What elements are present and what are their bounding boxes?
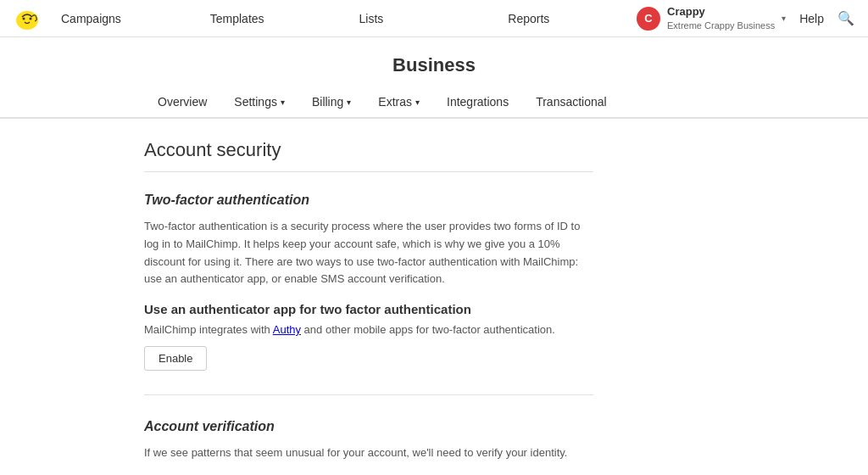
help-link[interactable]: Help bbox=[799, 12, 824, 25]
nav-links: Campaigns Templates Lists Reports bbox=[61, 12, 637, 25]
subnav-billing[interactable]: Billing ▾ bbox=[298, 87, 364, 117]
user-subtitle: Extreme Crappy Business bbox=[667, 20, 775, 31]
authy-link[interactable]: Authy bbox=[273, 323, 301, 336]
nav-lists[interactable]: Lists bbox=[359, 12, 488, 25]
chevron-down-icon: ▾ bbox=[347, 98, 351, 107]
mailchimp-logo[interactable] bbox=[14, 5, 41, 32]
enable-button[interactable]: Enable bbox=[144, 346, 207, 371]
authenticator-app-heading: Use an authenticator app for two factor … bbox=[144, 302, 593, 316]
account-security-title: Account security bbox=[144, 139, 593, 172]
page-title: Business bbox=[0, 37, 868, 87]
chevron-down-icon: ▾ bbox=[415, 98, 420, 107]
subnav-overview[interactable]: Overview bbox=[144, 87, 220, 117]
search-icon[interactable]: 🔍 bbox=[837, 10, 854, 26]
section-divider bbox=[144, 394, 593, 395]
subnav-settings[interactable]: Settings ▾ bbox=[220, 87, 298, 117]
top-navigation: Campaigns Templates Lists Reports C Crap… bbox=[0, 0, 868, 37]
svg-point-2 bbox=[23, 17, 25, 20]
subnav-extras[interactable]: Extras ▾ bbox=[364, 87, 433, 117]
nav-campaigns[interactable]: Campaigns bbox=[61, 12, 190, 25]
user-info: Crappy Extreme Crappy Business bbox=[667, 5, 775, 31]
subnav-transactional[interactable]: Transactional bbox=[522, 87, 620, 117]
two-factor-section: Two-factor authentication Two-factor aut… bbox=[144, 193, 593, 371]
two-factor-description: Two-factor authentication is a security … bbox=[144, 218, 593, 288]
account-verification-desc: If we see patterns that seem unusual for… bbox=[144, 444, 593, 462]
user-menu[interactable]: C Crappy Extreme Crappy Business ▾ bbox=[637, 5, 786, 31]
nav-right: C Crappy Extreme Crappy Business ▾ Help … bbox=[637, 5, 854, 31]
user-name: Crappy bbox=[667, 5, 775, 20]
chevron-down-icon: ▾ bbox=[782, 14, 786, 23]
sub-navigation: Overview Settings ▾ Billing ▾ Extras ▾ I… bbox=[0, 87, 868, 119]
account-verification-section: Account verification If we see patterns … bbox=[144, 419, 593, 475]
subnav-integrations[interactable]: Integrations bbox=[433, 87, 522, 117]
nav-templates[interactable]: Templates bbox=[210, 12, 339, 25]
nav-reports[interactable]: Reports bbox=[508, 12, 637, 25]
authenticator-app-desc: MailChimp integrates with Authy and othe… bbox=[144, 323, 593, 336]
svg-point-1 bbox=[19, 11, 36, 26]
two-factor-title: Two-factor authentication bbox=[144, 193, 593, 208]
avatar: C bbox=[637, 7, 660, 31]
account-verification-title: Account verification bbox=[144, 419, 593, 434]
chevron-down-icon: ▾ bbox=[281, 98, 285, 107]
main-content: Account security Two-factor authenticati… bbox=[144, 119, 737, 475]
svg-point-3 bbox=[30, 17, 32, 20]
